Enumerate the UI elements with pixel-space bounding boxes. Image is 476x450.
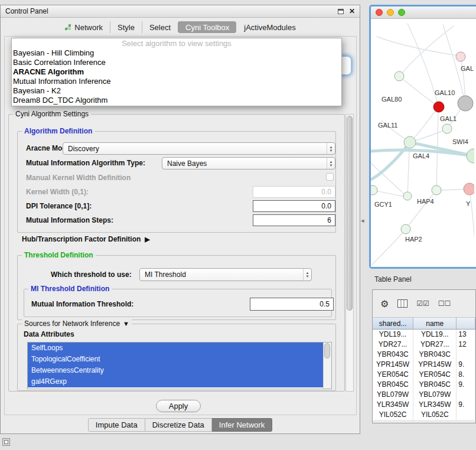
tab-select[interactable]: Select	[142, 21, 178, 33]
network-node[interactable]	[403, 192, 412, 200]
tab-network[interactable]: Network	[57, 21, 110, 33]
table-row[interactable]: YIL052CYIL052C	[373, 410, 475, 420]
mi-threshold-field[interactable]: 0.5	[250, 298, 334, 311]
list-scrollbar[interactable]	[323, 343, 331, 389]
algorithm-option-bayesian-hill-climbing[interactable]: Bayesian - Hill Climbing	[12, 48, 341, 58]
table-row[interactable]: YER054CYER054C8.	[373, 370, 475, 380]
column-header-shared[interactable]: shared...	[373, 318, 413, 330]
algorithm-definition-group: Algorithm Definition Aracne Mode: Discov…	[17, 131, 336, 233]
network-node[interactable]	[432, 185, 441, 195]
deselect-all-icon[interactable]: ☐☐	[438, 299, 451, 308]
network-node[interactable]	[395, 71, 404, 81]
mi-steps-label: Mutual Information Steps:	[26, 216, 113, 224]
aracne-mode-select[interactable]: Discovery	[63, 142, 335, 155]
close-icon[interactable]	[349, 7, 355, 15]
data-attribute-betweennesscentrality[interactable]: BetweennessCentrality	[28, 365, 323, 376]
algorithm-option-aracne-algorithm[interactable]: ARACNE Algorithm	[12, 67, 341, 77]
algorithm-placeholder: Select algorithm to view settings	[12, 39, 341, 48]
table-row[interactable]: YBR043CYBR043C	[373, 350, 475, 360]
tab-style[interactable]: Style	[110, 21, 142, 33]
network-window-titlebar	[371, 6, 476, 19]
table-row[interactable]: YLR345WYLR345W9.	[373, 400, 475, 410]
mi-type-value: Naive Bayes	[167, 159, 327, 168]
node-label: GAL80	[382, 96, 402, 103]
network-node[interactable]	[404, 136, 416, 148]
group-title: Cyni Algorithm Settings	[13, 110, 91, 119]
network-node[interactable]	[456, 52, 465, 61]
network-edge	[399, 76, 438, 106]
apply-button[interactable]: Apply	[156, 400, 201, 412]
table-cell: YDR27...	[413, 340, 457, 350]
network-canvas[interactable]: GAL80GAL10GAL11GAL1SWI4GAL4GCY1HAP4YHAP2…	[371, 19, 476, 267]
node-label: HAP2	[405, 236, 422, 243]
sources-title-text: Sources for Network Inference	[24, 319, 120, 328]
algorithm-option-bayesian-k2[interactable]: Bayesian - K2	[12, 86, 341, 96]
settings-scrollbar-thumb[interactable]	[347, 116, 353, 311]
sources-title[interactable]: Sources for Network Inference ▼	[22, 319, 132, 328]
settings-scrollbar[interactable]	[345, 114, 354, 392]
algorithm-option-basic-correlation-inference[interactable]: Basic Correlation Inference	[12, 58, 341, 67]
network-edge	[371, 142, 410, 180]
table-row[interactable]: YPR145WYPR145W9.	[373, 360, 475, 370]
table-cell: YIL052C	[413, 410, 457, 420]
apply-button-label: Apply	[169, 402, 188, 410]
mi-steps-field[interactable]: 6	[253, 214, 335, 226]
network-node[interactable]	[401, 224, 410, 234]
data-attribute-gal4rgexp[interactable]: gal4RGexp	[28, 376, 323, 387]
select-all-icon[interactable]: ☑☑	[416, 299, 429, 308]
network-node[interactable]	[371, 185, 377, 195]
table-row[interactable]: YBR045CYBR045C9.	[373, 380, 475, 390]
algorithm-option-mutual-information-inference[interactable]: Mutual Information Inference	[12, 77, 341, 86]
sources-group: Sources for Network Inference ▼ Data Att…	[17, 324, 336, 391]
which-threshold-select[interactable]: MI Threshold	[139, 268, 312, 281]
table-cell: 13	[457, 330, 475, 340]
stepper-icon	[327, 143, 335, 154]
list-scrollbar-thumb[interactable]	[324, 343, 330, 358]
column-header-col2[interactable]	[457, 318, 475, 330]
network-edge	[461, 57, 465, 102]
tab-jactivemodules[interactable]: jActiveModules	[236, 21, 302, 33]
network-graph[interactable]: GAL80GAL10GAL11GAL1SWI4GAL4GCY1HAP4YHAP2…	[371, 19, 474, 266]
kernel-width-value: 0.0	[321, 188, 331, 196]
mi-threshold-value: 0.5	[319, 300, 330, 308]
tab-label: Cyni Toolbox	[185, 23, 229, 32]
algorithm-option-dream8-dc-tdc-algorithm[interactable]: Dream8 DC_TDC Algorithm	[12, 96, 341, 105]
group-title-text: Threshold Definition	[24, 251, 93, 260]
network-edge	[372, 229, 406, 265]
gear-icon[interactable]: ⚙	[380, 298, 389, 309]
manual-kernel-checkbox[interactable]	[326, 173, 334, 181]
network-node[interactable]	[433, 102, 444, 112]
bottom-tab-discretize-data[interactable]: Discretize Data	[145, 418, 212, 432]
window-title: Control Panel	[5, 7, 48, 15]
columns-icon[interactable]	[397, 299, 407, 308]
table-cell: YDL19...	[373, 330, 413, 340]
network-node[interactable]	[458, 96, 473, 111]
bottom-tab-infer-network[interactable]: Infer Network	[212, 418, 272, 432]
minimize-traffic-light[interactable]	[387, 9, 394, 16]
close-traffic-light[interactable]	[376, 9, 383, 16]
data-attribute-topologicalcoefficient[interactable]: TopologicalCoefficient	[28, 354, 323, 365]
zoom-traffic-light[interactable]	[398, 9, 405, 16]
table-body: YDL19...YDL19...13YDR27...YDR27...12YBR0…	[373, 330, 475, 420]
docked-panel-icon[interactable]	[2, 438, 10, 446]
data-attribute-selfloops[interactable]: SelfLoops	[28, 343, 323, 354]
tab-cyni-toolbox[interactable]: Cyni Toolbox	[178, 21, 236, 33]
network-node[interactable]	[464, 183, 474, 195]
table-cell: YER054C	[413, 370, 457, 380]
mi-algorithm-type-select[interactable]: Naive Bayes	[162, 157, 335, 169]
hub-definition-toggle[interactable]: Hub/Transcription Factor Definition ▶	[22, 235, 150, 243]
split-pane-collapse-icon[interactable]: ◂	[361, 217, 364, 224]
network-node[interactable]	[467, 149, 474, 163]
table-row[interactable]: YBL079WYBL079W	[373, 390, 475, 400]
bottom-tab-impute-data[interactable]: Impute Data	[88, 418, 145, 432]
kernel-width-label: Kernel Width (0,1):	[26, 188, 89, 196]
table-row[interactable]: YDR27...YDR27...12	[373, 340, 475, 350]
network-node[interactable]	[442, 124, 452, 133]
column-header-name[interactable]: name	[413, 318, 457, 330]
kernel-width-field[interactable]: 0.0	[253, 186, 335, 198]
float-window-icon[interactable]	[338, 9, 344, 14]
table-row[interactable]: YDL19...YDL19...13	[373, 330, 475, 340]
dpi-tolerance-field[interactable]: 0.0	[253, 200, 335, 212]
collapse-arrow-icon: ▼	[123, 319, 129, 328]
table-cell: YPR145W	[413, 360, 457, 370]
